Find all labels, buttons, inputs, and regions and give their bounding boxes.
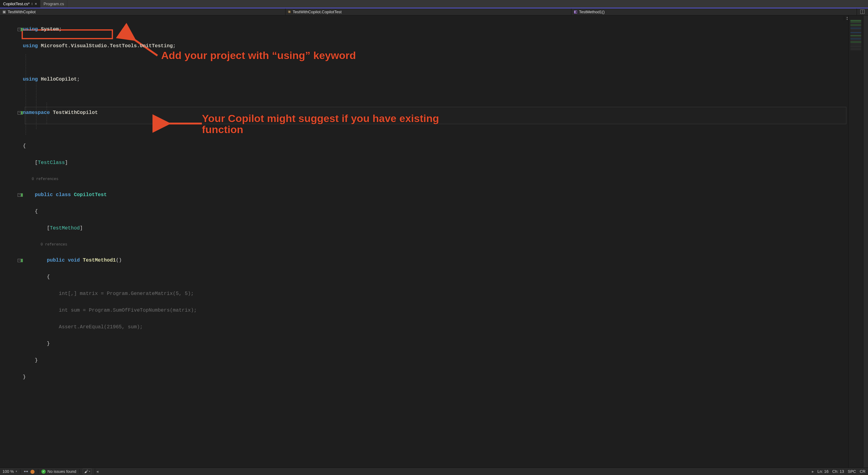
tab-strip: CopilotTest.cs* ⟟ ✕ Program.cs [0,0,868,8]
zoom-control[interactable]: 100 % ▼ [0,469,20,474]
class-icon: ⧉ [288,9,291,14]
cleanup-button[interactable]: 🖌▾ [80,469,95,474]
fold-toggle[interactable]: − [18,111,21,115]
copilot-suggestion-line[interactable]: int sum = Program.SumOfFiveTopNumbers(ma… [23,307,197,313]
cursor-line[interactable]: Ln: 16 [817,469,829,474]
code-editor[interactable]: ▲ ▼ Add your project with “using” keywor… [0,16,848,468]
project-icon: ▣ [2,9,6,14]
copilot-suggestion-line[interactable]: Assert.AreEqual(21965, sum); [23,324,143,330]
class-dropdown[interactable]: ⧉ TestWithCopilot.CopilotTest ▼ [285,8,571,15]
codelens-references[interactable]: 0 references [23,177,58,181]
ok-icon: ✓ [41,470,46,474]
method-label: TestMethod1() [579,9,605,14]
scroll-right-icon[interactable]: ▶ [811,470,815,473]
close-icon[interactable]: ✕ [35,2,37,5]
scope-label: TestWithCopilot [8,9,35,14]
minimap[interactable] [848,16,863,468]
fold-toggle[interactable]: − [18,28,21,31]
split-editor-button[interactable] [857,8,868,15]
codelens-references[interactable]: 0 references [23,242,67,247]
tab-label: Program.cs [43,2,64,6]
class-label: TestWithCopilot.CopilotTest [292,9,341,14]
method-icon: ◧ [574,9,577,14]
indent-mode[interactable]: SPC [848,469,856,474]
line-ending[interactable]: CR [860,469,866,474]
issues-indicator[interactable]: ✓ No issues found [38,469,80,474]
code-content[interactable]: −using System; using Microsoft.VisualStu… [0,16,848,468]
method-dropdown[interactable]: ◧ TestMethod1() ▼ [571,8,857,15]
scope-dropdown[interactable]: ▣ TestWithCopilot ▼ [0,8,285,15]
zoom-label: 100 % [2,469,14,474]
copilot-suggestion-line[interactable]: int[,] matrix = Program.GenerateMatrix(5… [23,291,194,296]
tab-label: CopilotTest.cs* [3,2,30,6]
editor-area: ▲ ▼ Add your project with “using” keywor… [0,16,868,468]
error-summary[interactable]: 👓 ⬤ [20,469,38,474]
issues-label: No issues found [48,469,76,474]
fold-toggle[interactable]: − [18,193,21,197]
horizontal-scrollbar[interactable]: ◀ ▶ [95,470,815,473]
brush-icon: 🖌 [84,469,88,474]
cursor-col[interactable]: Ch: 13 [832,469,844,474]
scroll-left-icon[interactable]: ◀ [95,470,99,473]
code-nav-bar: ▣ TestWithCopilot ▼ ⧉ TestWithCopilot.Co… [0,8,868,16]
fold-toggle[interactable]: − [18,259,21,262]
pin-icon[interactable]: ⟟ [31,2,33,6]
split-icon [860,9,865,14]
bug-icon: ⬤ [30,469,35,474]
vertical-scrollbar[interactable] [863,16,868,468]
chevron-down-icon: ▼ [15,470,18,473]
glasses-icon: 👓 [24,469,28,474]
status-bar: 100 % ▼ 👓 ⬤ ✓ No issues found 🖌▾ ◀ ▶ Ln:… [0,468,868,475]
tab-program[interactable]: Program.cs [40,0,67,8]
tab-copilottest[interactable]: CopilotTest.cs* ⟟ ✕ [0,0,40,8]
